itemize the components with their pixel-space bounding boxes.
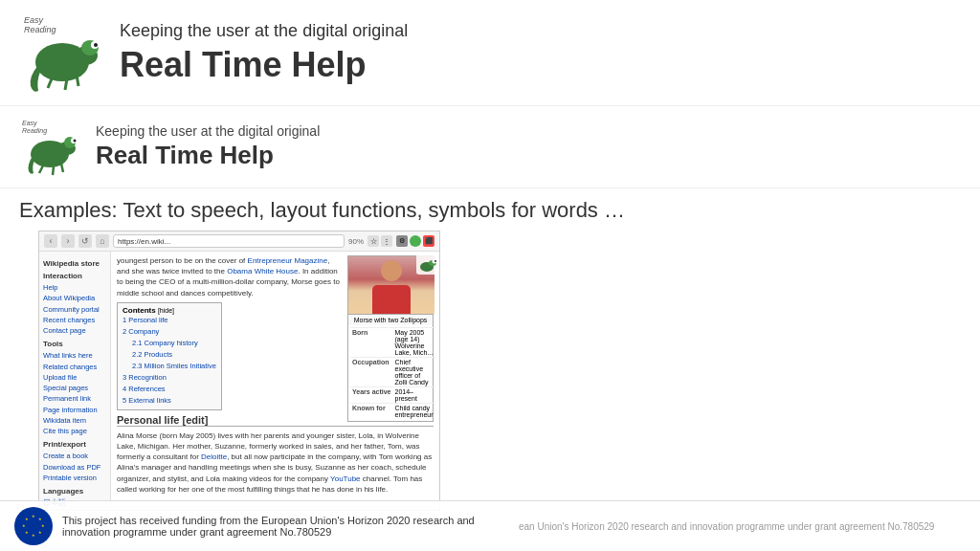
infobox-row-occupation: Occupation Chief executive officer of Zo… — [350, 358, 435, 387]
toc-item-4[interactable]: 4 References — [122, 384, 216, 395]
sidebar-community[interactable]: Community portal — [43, 304, 106, 315]
toc-list: 1 Personal life 2 Company 2.1 Company hi… — [122, 315, 216, 407]
toc-item-1[interactable]: 1 Personal life — [122, 315, 216, 326]
obama-link[interactable]: Obama White House — [227, 267, 298, 276]
svg-text:★: ★ — [38, 530, 42, 535]
eu-stars-logo: ★ ★ ★ ★ ★ ★ ★ ★ — [14, 507, 53, 545]
svg-line-17 — [61, 164, 63, 172]
infobox-row-known: Known for Child candy entrepreneur — [350, 404, 435, 420]
wiki-sidebar: Wikipedia store Interaction Help About W… — [39, 252, 111, 510]
sidebar-pageinfo[interactable]: Page information — [43, 405, 106, 415]
header-text-block-large: Keeping the user at the digital original… — [120, 21, 408, 85]
url-bar[interactable]: https://en.wiki... — [113, 234, 345, 248]
svg-text:Easy: Easy — [22, 120, 37, 127]
deloitte-link[interactable]: Deloitte — [201, 452, 227, 461]
sidebar-about[interactable]: About Wikipedia — [43, 293, 106, 303]
home-button[interactable]: ⌂ — [96, 234, 109, 248]
extension-icons: ⚙ ⬛ — [396, 235, 434, 247]
toc-item-2[interactable]: 2 Company — [122, 326, 216, 338]
toc-item-3[interactable]: 3 Recognition — [122, 372, 216, 384]
svg-text:★: ★ — [32, 533, 35, 538]
svg-point-24 — [434, 260, 436, 262]
table-of-contents: Contents [hide] 1 Personal life 2 Compan… — [117, 302, 222, 410]
back-button[interactable]: ‹ — [44, 234, 57, 248]
svg-text:★: ★ — [41, 523, 45, 528]
sidebar-help[interactable]: Help — [43, 282, 106, 293]
wiki-infobox: Morse with two Zollipops Born May 2005 (… — [347, 255, 434, 422]
easy-reading-logo-large: Easy Reading — [19, 10, 105, 96]
reload-button[interactable]: ↺ — [78, 234, 92, 248]
infobox-label-years: Years active — [350, 387, 392, 404]
sidebar-languages: Languages — [43, 487, 106, 496]
sidebar-upload[interactable]: Upload file — [43, 372, 106, 383]
toc-item-21[interactable]: 2.1 Company history — [122, 338, 216, 349]
url-text: https://en.wiki... — [118, 237, 170, 246]
infobox-caption: Morse with two Zollipops — [348, 314, 433, 325]
infobox-data: Born May 2005 (age 14) Wolverine Lake, M… — [348, 325, 433, 421]
svg-text:★: ★ — [25, 530, 29, 535]
person-head — [381, 260, 402, 281]
infobox-value-born: May 2005 (age 14) Wolverine Lake, Mich..… — [392, 328, 434, 358]
eu-flag-icon: ★ ★ ★ ★ ★ ★ ★ ★ — [19, 512, 48, 540]
browser-content: Wikipedia store Interaction Help About W… — [39, 252, 439, 510]
wiki-main-content: Morse with two Zollipops Born May 2005 (… — [111, 252, 439, 510]
toc-item-23[interactable]: 2.3 Million Smiles Initiative — [122, 361, 216, 372]
main-title-large: Real Time Help — [120, 45, 408, 85]
eu-notification: ★ ★ ★ ★ ★ ★ ★ ★ This project has receive… — [0, 500, 980, 551]
personal-life-text: Alina Morse (born May 2005) lives with h… — [117, 430, 434, 495]
svg-text:Reading: Reading — [22, 127, 47, 135]
bookmark-button[interactable]: ☆ — [368, 235, 379, 247]
svg-text:Reading: Reading — [24, 25, 56, 34]
svg-text:Easy: Easy — [24, 15, 44, 25]
eu-notice-text-right: ean Union's Horizon 2020 research and in… — [519, 521, 966, 532]
sidebar-cite[interactable]: Cite this page — [43, 426, 106, 436]
infobox-value-years: 2014–present — [392, 387, 434, 404]
svg-point-14 — [74, 140, 77, 143]
toc-item-22[interactable]: 2.2 Products — [122, 349, 216, 361]
sidebar-contact[interactable]: Contact page — [43, 325, 106, 336]
svg-line-16 — [53, 166, 54, 175]
tagline-small: Keeping the user at the digital original — [96, 123, 320, 139]
header-text-block-small: Keeping the user at the digital original… — [96, 123, 320, 170]
person-body — [372, 285, 411, 314]
infobox-row-born: Born May 2005 (age 14) Wolverine Lake, M… — [350, 328, 435, 358]
sidebar-whatlinks[interactable]: What links here — [43, 350, 106, 361]
sidebar-related[interactable]: Related changes — [43, 362, 106, 372]
sidebar-recent[interactable]: Recent changes — [43, 315, 106, 325]
sidebar-printable[interactable]: Printable version — [43, 473, 106, 483]
svg-text:★: ★ — [22, 523, 26, 528]
infobox-label-known: Known for — [350, 404, 392, 420]
youtube-link[interactable]: YouTube — [330, 474, 360, 483]
sidebar-interaction: Interaction — [43, 272, 106, 280]
ext-icon-1[interactable]: ⚙ — [396, 235, 408, 247]
sidebar-wikidata[interactable]: Wikidata item — [43, 415, 106, 426]
menu-button[interactable]: ⋮ — [381, 235, 392, 247]
toc-hide[interactable]: [hide] — [158, 307, 174, 314]
examples-title: Examples: Text to speech, layout functio… — [19, 198, 961, 223]
toc-item-5[interactable]: 5 External links — [122, 395, 216, 407]
sidebar-special[interactable]: Special pages — [43, 383, 106, 393]
examples-section: Examples: Text to speech, layout functio… — [0, 188, 980, 516]
browser-screenshot: ‹ › ↺ ⌂ https://en.wiki... 90% ☆ ⋮ ⚙ ⬛ W — [38, 231, 440, 511]
browser-actions: ☆ ⋮ — [368, 235, 392, 247]
sidebar-print: Print/export — [43, 440, 106, 449]
infobox-row-years: Years active 2014–present — [350, 387, 435, 404]
infobox-label-born: Born — [350, 328, 392, 358]
top-header: Easy Reading Keeping the user at the dig… — [0, 0, 980, 106]
svg-point-4 — [94, 43, 98, 47]
sidebar-tools: Tools — [43, 340, 106, 348]
main-title-small: Real Time Help — [96, 141, 320, 170]
zoom-level: 90% — [348, 237, 364, 246]
infobox-value-occupation: Chief executive officer of Zolli Candy — [392, 358, 434, 387]
infobox-easy-reading-icon — [416, 253, 437, 275]
sidebar-createbook[interactable]: Create a book — [43, 451, 106, 461]
ext-icon-3[interactable]: ⬛ — [423, 235, 434, 247]
sidebar-permanent[interactable]: Permanent link — [43, 393, 106, 404]
second-header: Easy Reading Keeping the user at the dig… — [0, 106, 980, 188]
entrepreneur-link[interactable]: Entrepreneur Magazine — [248, 256, 328, 265]
ext-icon-2[interactable] — [410, 235, 421, 247]
forward-button[interactable]: › — [61, 234, 75, 248]
sidebar-download-pdf[interactable]: Download as PDF — [43, 462, 106, 473]
svg-line-6 — [65, 78, 67, 90]
svg-text:★: ★ — [38, 517, 42, 521]
